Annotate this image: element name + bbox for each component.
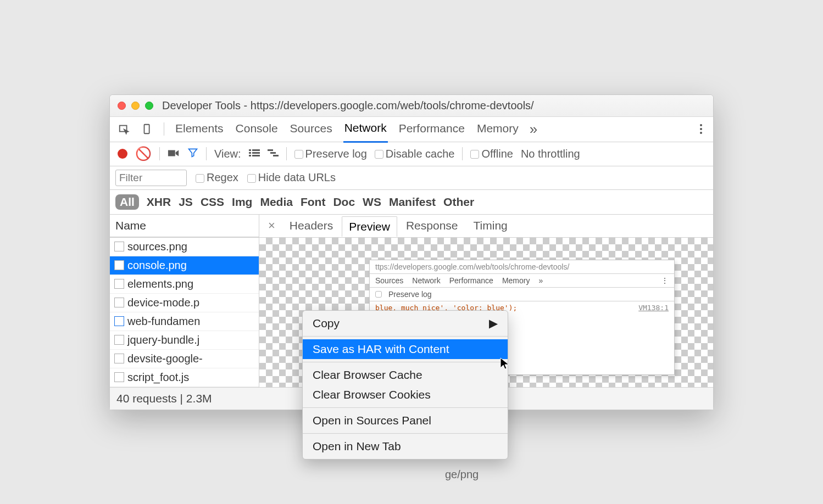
minimize-icon[interactable] bbox=[131, 102, 140, 110]
tab-elements[interactable]: Elements bbox=[174, 116, 225, 142]
zoom-icon[interactable] bbox=[145, 102, 153, 110]
type-xhr[interactable]: XHR bbox=[147, 195, 171, 209]
svg-rect-1 bbox=[144, 125, 149, 134]
svg-rect-8 bbox=[252, 155, 260, 156]
mime-fragment: ge/png bbox=[445, 468, 479, 481]
filter-icon[interactable] bbox=[187, 147, 198, 161]
detail-tabs: × Headers Preview Response Timing bbox=[259, 215, 713, 238]
tab-memory[interactable]: Memory bbox=[476, 116, 520, 142]
network-toolbar: 🚫 View: Preserve log Disable cache Offli… bbox=[110, 142, 713, 166]
close-icon[interactable]: × bbox=[263, 219, 281, 233]
cursor-icon bbox=[500, 357, 510, 373]
hide-data-urls-toggle[interactable]: Hide data URLs bbox=[247, 171, 336, 184]
type-img[interactable]: Img bbox=[232, 195, 252, 209]
context-menu: Copy▶ Save as HAR with Content Clear Bro… bbox=[302, 310, 508, 460]
filter-input[interactable] bbox=[115, 170, 187, 186]
preview-url: ttps://developers.google.com/web/tools/c… bbox=[375, 262, 569, 271]
tab-sources[interactable]: Sources bbox=[289, 116, 333, 142]
subtab-timing[interactable]: Timing bbox=[467, 216, 514, 236]
menu-open-sources[interactable]: Open in Sources Panel bbox=[303, 411, 508, 430]
offline-toggle[interactable]: Offline bbox=[470, 148, 513, 160]
kebab-menu-icon[interactable] bbox=[697, 122, 705, 136]
file-icon bbox=[114, 354, 124, 363]
subtab-response[interactable]: Response bbox=[399, 216, 465, 236]
regex-toggle[interactable]: Regex bbox=[196, 171, 238, 184]
file-icon bbox=[114, 242, 124, 251]
svg-rect-4 bbox=[252, 149, 260, 151]
menu-clear-cookies[interactable]: Clear Browser Cookies bbox=[303, 385, 508, 405]
type-doc[interactable]: Doc bbox=[333, 195, 355, 209]
tab-console[interactable]: Console bbox=[235, 116, 279, 142]
menu-open-tab[interactable]: Open in New Tab bbox=[303, 436, 508, 456]
disable-cache-toggle[interactable]: Disable cache bbox=[375, 148, 455, 160]
svg-rect-10 bbox=[270, 152, 276, 154]
type-media[interactable]: Media bbox=[260, 195, 293, 209]
tab-network[interactable]: Network bbox=[343, 116, 388, 143]
type-font[interactable]: Font bbox=[301, 195, 325, 209]
type-filter-row: All XHR JS CSS Img Media Font Doc WS Man… bbox=[110, 190, 713, 215]
filter-row: Regex Hide data URLs bbox=[110, 166, 713, 190]
inspect-icon[interactable] bbox=[118, 122, 131, 136]
view-list-icon[interactable] bbox=[249, 148, 260, 160]
type-manifest[interactable]: Manifest bbox=[389, 195, 436, 209]
name-column-header[interactable]: Name bbox=[110, 215, 259, 237]
main-tabs: Elements Console Sources Network Perform… bbox=[110, 117, 713, 142]
list-item[interactable]: elements.png bbox=[110, 275, 259, 294]
list-item[interactable]: sources.png bbox=[110, 237, 259, 256]
device-mode-icon[interactable] bbox=[141, 122, 154, 136]
file-icon bbox=[114, 260, 124, 270]
tab-performance[interactable]: Performance bbox=[398, 116, 466, 142]
camera-icon[interactable] bbox=[168, 148, 180, 160]
list-item[interactable]: web-fundamen bbox=[110, 312, 259, 331]
type-js[interactable]: JS bbox=[179, 195, 193, 209]
svg-rect-11 bbox=[273, 155, 279, 156]
list-item[interactable]: devsite-google- bbox=[110, 350, 259, 368]
clear-icon[interactable]: 🚫 bbox=[135, 146, 152, 161]
menu-save-har[interactable]: Save as HAR with Content bbox=[303, 339, 508, 359]
chevron-right-icon: ▶ bbox=[489, 317, 498, 330]
svg-rect-9 bbox=[268, 149, 273, 151]
file-icon bbox=[114, 279, 124, 289]
list-item[interactable]: device-mode.p bbox=[110, 294, 259, 312]
close-icon[interactable] bbox=[118, 102, 126, 110]
svg-rect-7 bbox=[249, 155, 251, 156]
view-waterfall-icon[interactable] bbox=[268, 148, 279, 160]
window-title: Developer Tools - https://developers.goo… bbox=[162, 99, 534, 112]
preserve-log-toggle[interactable]: Preserve log bbox=[294, 148, 367, 160]
more-tabs-icon[interactable]: » bbox=[530, 121, 537, 138]
svg-rect-2 bbox=[168, 150, 175, 156]
file-icon bbox=[114, 298, 124, 307]
svg-rect-5 bbox=[249, 152, 251, 154]
request-list: Name sources.png console.png elements.pn… bbox=[110, 215, 259, 387]
type-other[interactable]: Other bbox=[443, 195, 474, 209]
file-icon bbox=[114, 335, 124, 345]
file-icon bbox=[114, 372, 124, 382]
devtools-window: Developer Tools - https://developers.goo… bbox=[109, 94, 714, 410]
type-ws[interactable]: WS bbox=[363, 195, 381, 209]
type-css[interactable]: CSS bbox=[201, 195, 224, 209]
type-all[interactable]: All bbox=[115, 194, 139, 210]
gear-icon bbox=[114, 316, 124, 326]
svg-rect-6 bbox=[252, 152, 260, 154]
subtab-preview[interactable]: Preview bbox=[342, 216, 397, 237]
titlebar: Developer Tools - https://developers.goo… bbox=[110, 95, 713, 117]
view-label: View: bbox=[214, 148, 241, 160]
menu-copy[interactable]: Copy▶ bbox=[303, 313, 508, 333]
list-item[interactable]: console.png bbox=[110, 256, 259, 275]
subtab-headers[interactable]: Headers bbox=[283, 216, 340, 236]
list-item[interactable]: jquery-bundle.j bbox=[110, 331, 259, 350]
throttling-select[interactable]: No throttling bbox=[521, 148, 580, 160]
menu-clear-cache[interactable]: Clear Browser Cache bbox=[303, 365, 508, 385]
traffic-lights bbox=[118, 102, 153, 110]
svg-rect-3 bbox=[249, 149, 251, 151]
record-icon[interactable] bbox=[118, 149, 127, 159]
list-item[interactable]: script_foot.js bbox=[110, 368, 259, 387]
